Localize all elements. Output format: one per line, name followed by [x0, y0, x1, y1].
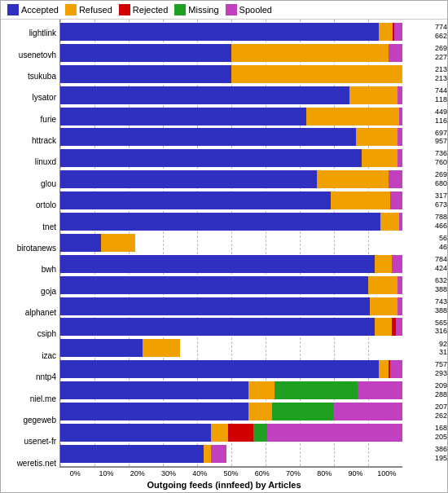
- bar-accepted: [60, 23, 379, 41]
- bar-row-goja: 6329388: [60, 276, 402, 294]
- bar-refused: [380, 213, 399, 231]
- bar-accepted: [60, 276, 368, 294]
- bar-spooled: [396, 318, 402, 336]
- bar-accepted: [60, 65, 231, 83]
- x-label: 10%: [90, 468, 121, 478]
- bar-row-csiph: 5655316: [60, 318, 402, 336]
- bar-accepted: [60, 149, 362, 167]
- x-label: 0%: [59, 468, 90, 478]
- bar-refused: [375, 318, 392, 336]
- legend-refused: Refused: [65, 4, 112, 15]
- x-axis-labels: 0%10%20%30%40%50%60%70%80%90%100%: [59, 467, 402, 478]
- bar-row-ortolo: 3177673: [60, 191, 402, 209]
- bar-row-izac: 929311: [60, 339, 402, 357]
- bar-value-label: 2695680: [435, 170, 447, 188]
- bar-refused: [331, 191, 391, 209]
- refused-label: Refused: [79, 5, 112, 15]
- bar-row-glou: 2695680: [60, 170, 402, 188]
- bar-value-label: 2074262: [435, 403, 447, 420]
- bar-value-label: 7846424: [435, 255, 447, 273]
- bar-value-label: 5655316: [435, 319, 447, 337]
- bar-row-furie: 44911166: [60, 108, 402, 125]
- bar-row-gegeweb: 2074262: [60, 403, 402, 420]
- bar-accepted: [60, 108, 306, 125]
- bar-accepted: [60, 234, 101, 252]
- y-label-nntp4: nntp4: [4, 373, 56, 381]
- y-label-birotanews: birotanews: [4, 244, 56, 253]
- bar-accepted: [60, 360, 379, 378]
- y-label-httrack: httrack: [4, 137, 56, 145]
- bar-row-bwh: 7846424: [60, 255, 402, 273]
- bar-value-label: 7881466: [435, 213, 447, 231]
- bar-accepted: [60, 170, 317, 188]
- bar-value-label: 3177673: [435, 191, 447, 209]
- bar-refused: [379, 360, 389, 378]
- bar-row-weretis.net: 3868195: [60, 445, 402, 463]
- bar-refused: [368, 276, 397, 294]
- x-label: 50%: [215, 468, 246, 478]
- bar-refused: [248, 381, 275, 399]
- spooled-label: Spooled: [239, 5, 272, 15]
- bar-value-label: 6973957: [435, 129, 447, 147]
- x-label: 60%: [247, 468, 278, 478]
- y-label-tnet: tnet: [4, 223, 56, 231]
- bar-spooled: [397, 86, 402, 104]
- bar-value-label: 7431388: [435, 297, 447, 315]
- chart-body: 7741662326972278213821387440118544911166…: [59, 20, 402, 467]
- y-label-izac: izac: [4, 352, 56, 360]
- bar-row-tsukuba: 21382138: [60, 65, 402, 83]
- y-axis: lightlinkusenetovhtsukubalysatorfuriehtt…: [1, 20, 59, 478]
- bar-refused: [211, 424, 228, 442]
- bar-accepted: [60, 213, 380, 231]
- bar-refused: [379, 23, 393, 41]
- y-label-csiph: csiph: [4, 330, 56, 338]
- y-label-furie: furie: [4, 116, 56, 124]
- y-label-linuxd: linuxd: [4, 158, 56, 166]
- legend-rejected: Rejected: [119, 4, 168, 15]
- bar-row-usenet-fr: 1689205: [60, 424, 402, 442]
- bar-accepted: [60, 424, 211, 442]
- x-label: 30%: [153, 468, 184, 478]
- bar-row-lysator: 74401185: [60, 86, 402, 104]
- y-label-weretis.net: weretis.net: [4, 460, 56, 468]
- x-title: Outgoing feeds (innfeed) by Articles: [1, 478, 447, 492]
- y-label-alphanet: alphanet: [4, 309, 56, 317]
- bar-refused: [370, 297, 397, 315]
- bar-refused: [375, 255, 392, 273]
- bar-rejected: [228, 424, 254, 442]
- chart-container: Accepted Refused Rejected Missing Spoole…: [0, 0, 448, 493]
- x-label: 90%: [340, 468, 371, 478]
- bar-accepted: [60, 403, 248, 420]
- bar-value-label: 74401185: [435, 86, 447, 104]
- bar-spooled: [397, 149, 402, 167]
- y-label-glou: glou: [4, 180, 56, 188]
- bar-spooled: [389, 170, 402, 188]
- bar-refused: [306, 108, 398, 125]
- rejected-box: [119, 4, 130, 15]
- spooled-box: [226, 4, 237, 15]
- y-label-niel.me: niel.me: [4, 395, 56, 403]
- bar-spooled: [397, 297, 402, 315]
- bar-value-label: 6329388: [435, 276, 447, 294]
- legend-accepted: Accepted: [7, 4, 59, 15]
- bar-accepted: [60, 255, 375, 273]
- y-label-lightlink: lightlink: [4, 29, 56, 37]
- bar-row-httrack: 6973957: [60, 128, 402, 146]
- bar-missing: [253, 424, 267, 442]
- bar-spooled: [399, 108, 402, 125]
- accepted-box: [7, 4, 19, 15]
- bar-value-label: 21382138: [435, 65, 447, 83]
- bar-spooled: [392, 255, 402, 273]
- bar-accepted: [60, 297, 370, 315]
- x-label: 100%: [371, 468, 402, 478]
- bar-refused: [231, 65, 402, 83]
- bar-refused: [143, 339, 180, 357]
- bar-refused: [231, 44, 389, 62]
- bar-value-label: 568465: [439, 234, 447, 252]
- bar-spooled: [399, 213, 402, 231]
- bar-row-linuxd: 7364760: [60, 149, 402, 167]
- bar-row-tnet: 7881466: [60, 213, 402, 231]
- bar-refused: [204, 445, 210, 463]
- bar-missing: [272, 403, 334, 420]
- bar-refused: [356, 128, 397, 146]
